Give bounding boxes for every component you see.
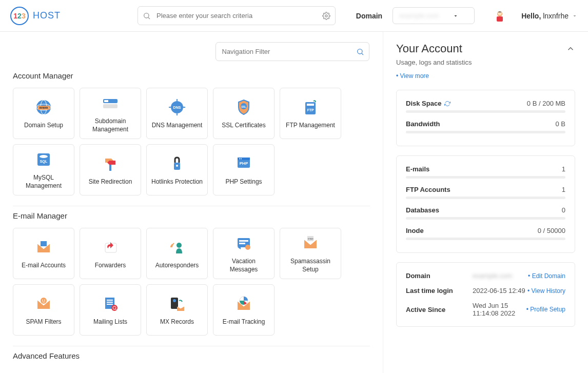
svg-rect-42 (239, 240, 248, 242)
avatar[interactable] (493, 9, 507, 23)
tile-icon: SPAM (300, 233, 321, 253)
svg-point-36 (241, 159, 242, 160)
tile-icon (167, 153, 187, 174)
account-manager-tile-1[interactable]: Subdomain Management (80, 88, 141, 139)
svg-point-58 (173, 299, 176, 302)
svg-rect-15 (104, 100, 108, 102)
section-title-email-manager: E-mail Manager (13, 211, 370, 220)
tile-label: MySQL Management (17, 174, 70, 190)
info-value: Wed Jun 15 11:14:08 2022 (473, 302, 526, 317)
stat-row: Disk Space0 B / 200 MB (406, 100, 565, 113)
stat-row: Databases0 (406, 206, 565, 220)
tile-label: Vacation Messages (218, 258, 270, 273)
tile-icon (100, 93, 121, 113)
logo-icon: 123 (10, 7, 29, 25)
refresh-icon[interactable] (444, 101, 450, 107)
svg-point-47 (41, 298, 47, 304)
tile-label: Domain Setup (24, 122, 63, 130)
svg-point-54 (111, 305, 117, 311)
svg-text:PHP: PHP (240, 161, 248, 166)
email-manager-tile-7[interactable]: MX Records (146, 284, 208, 336)
tile-icon (167, 237, 187, 258)
svg-point-2 (325, 15, 327, 17)
email-manager-tile-4[interactable]: SPAMSpamassassin Setup (280, 228, 341, 279)
divider (13, 346, 370, 346)
account-manager-tile-6[interactable]: Site Redirection (80, 144, 141, 195)
account-manager-tile-3[interactable]: SSLSSL Certificates (213, 88, 275, 139)
tile-label: E-mail Tracking (223, 318, 265, 326)
svg-point-32 (176, 165, 178, 167)
email-manager-tile-5[interactable]: SPAM Filters (13, 284, 74, 336)
svg-point-40 (177, 243, 182, 248)
email-manager-tile-2[interactable]: Autoresponders (146, 228, 208, 279)
email-manager-tile-6[interactable]: Mailing Lists (80, 284, 141, 336)
tile-icon (233, 293, 254, 314)
tile-icon: WWW (33, 97, 54, 117)
stat-value: 1 (562, 186, 565, 193)
tile-icon: SQL (33, 149, 54, 170)
svg-rect-51 (107, 300, 113, 301)
info-link[interactable]: • Profile Setup (526, 306, 565, 313)
tile-label: Forwarders (95, 262, 126, 270)
svg-point-48 (42, 300, 43, 301)
account-manager-tile-4[interactable]: FTPFTP Management (280, 88, 341, 139)
info-row: Last time login2022-06-15 12:49• View Hi… (406, 287, 565, 295)
chevron-up-icon[interactable] (566, 44, 575, 53)
stat-row: Bandwidth0 B (406, 120, 565, 133)
svg-point-28 (40, 155, 48, 158)
account-manager-tile-8[interactable]: PHPPHP Settings (213, 144, 275, 195)
email-manager-tile-0[interactable]: E-mail Accounts (13, 228, 74, 279)
search-input[interactable] (138, 6, 336, 25)
chevron-down-icon (453, 13, 459, 19)
tile-icon: FTP (300, 97, 321, 117)
tile-icon (100, 293, 121, 314)
search-icon (143, 12, 151, 20)
gear-icon[interactable] (322, 12, 330, 20)
account-manager-tile-7[interactable]: Hotlinks Protection (146, 144, 208, 195)
svg-point-0 (144, 13, 149, 17)
chevron-down-icon (572, 13, 578, 19)
tile-icon: DNS (167, 97, 187, 117)
account-manager-tile-2[interactable]: DNSDNS Management (146, 88, 208, 139)
navigation-filter-input[interactable] (215, 42, 369, 61)
info-label: Domain (406, 272, 473, 280)
svg-rect-43 (239, 243, 245, 244)
email-manager-tile-8[interactable]: E-mail Tracking (213, 284, 275, 336)
info-link[interactable]: • View History (527, 287, 565, 295)
logo-text: HOST (33, 10, 61, 21)
svg-line-7 (362, 53, 363, 55)
tile-label: E-mail Accounts (22, 262, 66, 270)
stat-value: 0 / 50000 (538, 227, 565, 234)
svg-text:SSL: SSL (241, 105, 246, 108)
svg-rect-4 (497, 16, 503, 22)
account-manager-tile-0[interactable]: WWWDomain Setup (13, 88, 74, 139)
tile-label: PHP Settings (225, 178, 262, 186)
svg-rect-38 (41, 241, 47, 246)
stat-value: 0 (562, 206, 565, 214)
info-label: Last time login (406, 287, 473, 295)
section-title-advanced: Advanced Features (13, 351, 370, 360)
svg-rect-14 (103, 104, 117, 108)
svg-point-44 (245, 245, 250, 250)
svg-point-35 (239, 159, 240, 160)
svg-text:SQL: SQL (40, 160, 48, 164)
divider (13, 206, 370, 206)
search-icon (356, 48, 364, 56)
stat-bar (406, 238, 565, 240)
account-subtitle: Usage, logs and statistics (396, 58, 575, 66)
account-manager-tile-5[interactable]: SQLMySQL Management (13, 144, 74, 195)
domain-select[interactable]: example.com (393, 7, 475, 24)
stat-value: 0 B / 200 MB (527, 100, 565, 107)
stat-label: Bandwidth (406, 120, 440, 128)
svg-point-49 (44, 300, 45, 301)
email-manager-tile-1[interactable]: Forwarders (80, 228, 141, 279)
tile-label: Mailing Lists (93, 318, 127, 326)
email-manager-tile-3[interactable]: Vacation Messages (213, 228, 275, 279)
svg-point-6 (357, 49, 362, 53)
stat-value: 1 (562, 165, 565, 173)
view-more-link[interactable]: • View more (396, 72, 575, 80)
info-value: example.com (473, 272, 528, 280)
user-greeting[interactable]: Hello, lnxnfrhe (521, 12, 578, 20)
logo[interactable]: 123 HOST (10, 7, 61, 25)
info-link[interactable]: • Edit Domain (528, 272, 565, 280)
